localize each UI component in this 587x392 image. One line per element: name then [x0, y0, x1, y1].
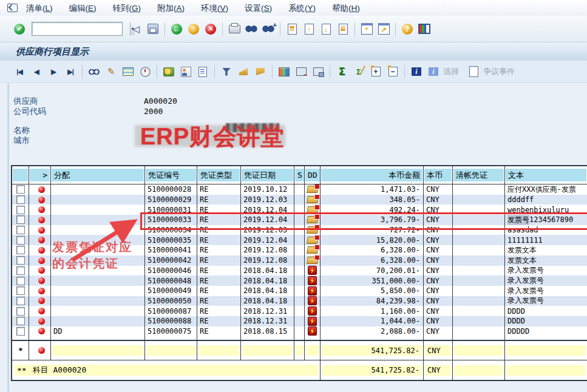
cell-s	[294, 275, 305, 286]
page-down-icon[interactable]: ↓	[318, 22, 334, 36]
column-header-doc_type[interactable]: 凭证类型	[197, 166, 241, 184]
column-header-text[interactable]: 文本	[505, 166, 587, 184]
row-checkbox[interactable]	[16, 195, 25, 204]
cell-text: DDDDD	[505, 326, 587, 337]
last-page-icon[interactable]: ⇊	[335, 22, 351, 36]
spacer-cell	[197, 336, 241, 340]
column-header-led[interactable]: >	[29, 166, 51, 184]
column-header-assignment[interactable]: 分配	[51, 166, 145, 184]
cell-s	[294, 266, 305, 276]
row-checkbox[interactable]	[16, 266, 25, 275]
page-up-icon[interactable]: ↑	[301, 22, 317, 36]
row-checkbox[interactable]	[16, 286, 25, 295]
next-item-icon[interactable]: ▶	[46, 64, 61, 79]
row-checkbox[interactable]	[16, 327, 25, 336]
row-checkbox[interactable]	[16, 307, 25, 316]
table-row[interactable]: DD5100000075RE2018.08.152,088.00-CNYDDDD…	[12, 326, 587, 337]
row-checkbox[interactable]	[16, 236, 25, 245]
cell-amount: 348.05-	[321, 195, 424, 205]
cell-s	[294, 255, 305, 266]
cell-sel	[12, 215, 29, 225]
back-icon[interactable]: ←	[169, 22, 185, 36]
help-icon[interactable]: ?	[399, 22, 415, 36]
cell-assignment	[51, 306, 145, 316]
column-header-doc_no[interactable]: 凭证编号	[145, 166, 197, 184]
row-checkbox[interactable]	[16, 226, 25, 234]
row-checkbox[interactable]	[16, 317, 25, 325]
table-row[interactable]: 5100000088RE2018.12.311,044.00-CNYDDDD	[12, 316, 587, 326]
column-header-currency[interactable]: 本币	[424, 166, 453, 184]
layout-icon[interactable]	[276, 64, 292, 79]
customize-layout-icon[interactable]	[416, 22, 432, 36]
sort-descending-icon[interactable]	[253, 64, 268, 79]
menu-item-G[interactable]: 转到(G)	[113, 4, 141, 13]
table-row[interactable]: 5100000087RE2018.12.311,160.00-CNYDDDD	[12, 306, 587, 316]
table-row[interactable]: 5100000048RE2018.04.18351,000.00-CNY录入发票…	[12, 275, 587, 286]
change-icon[interactable]: ✎	[103, 64, 119, 79]
find-icon[interactable]	[243, 22, 259, 36]
first-page-icon[interactable]: ⇈	[284, 22, 300, 36]
filter-icon[interactable]	[219, 64, 234, 79]
column-header-dd[interactable]: DD	[305, 166, 321, 184]
create-shortcut-icon[interactable]: ↗	[376, 22, 392, 36]
menu-item-A[interactable]: 附加(A)	[157, 4, 185, 13]
table-row[interactable]: 5100000050RE2018.04.1884,239.98-CNY录入发票号	[12, 296, 587, 306]
command-field[interactable]	[32, 22, 130, 35]
back-arrow-icon-glyph: ◁	[132, 24, 140, 35]
exit-icon[interactable]: ↑	[186, 22, 202, 36]
menu-item-E[interactable]: 编辑(E)	[69, 4, 97, 13]
cell-doc_no: 5100000087	[145, 306, 197, 316]
table-row[interactable]: 5100000028RE2019.10.121,471.03-CNY应付XXX供…	[12, 184, 587, 195]
screen-menu-icon[interactable]	[7, 4, 18, 12]
new-session-icon[interactable]: *	[359, 22, 375, 36]
row-checkbox[interactable]	[16, 277, 25, 285]
cell-dd	[305, 195, 321, 205]
row-checkbox[interactable]	[16, 256, 25, 265]
alarm-icon[interactable]	[137, 64, 153, 79]
collapse-icon[interactable]: −	[385, 64, 401, 79]
expand-icon[interactable]: +	[368, 64, 384, 79]
menu-item-L[interactable]: 清单(L)	[26, 4, 53, 13]
back-arrow-icon[interactable]: ◁	[128, 22, 144, 36]
cell-text: 发票文本	[505, 255, 587, 266]
menu-item-H[interactable]: 帮助(H)	[332, 4, 360, 13]
column-header-s[interactable]: S	[294, 166, 305, 184]
save-icon[interactable]	[145, 22, 161, 36]
print-icon[interactable]	[226, 22, 242, 36]
first-item-icon[interactable]: |◀	[12, 64, 27, 79]
menu-item-V[interactable]: 环境(V)	[201, 4, 228, 13]
info-icon[interactable]: i	[409, 64, 424, 79]
subtotal-cell-text	[505, 341, 587, 360]
cancel-icon[interactable]: ✕	[203, 22, 219, 36]
row-checkbox[interactable]	[16, 246, 25, 254]
payment-icon[interactable]	[161, 64, 177, 79]
menu-item-Y[interactable]: 系统(Y)	[288, 4, 316, 13]
help-icon-glyph: ?	[402, 24, 413, 35]
master-record-icon[interactable]	[178, 64, 194, 79]
display-icon[interactable]	[86, 64, 102, 79]
subtotal-icon[interactable]: Σ	[351, 64, 367, 79]
column-header-doc_date[interactable]: 凭证日期	[241, 166, 294, 184]
row-checkbox[interactable]	[16, 297, 25, 305]
last-item-icon[interactable]: ▶|	[63, 64, 78, 79]
column-header-amount[interactable]: 本币金额	[321, 166, 424, 184]
total-columns-icon[interactable]	[293, 64, 309, 79]
column-header-clearing[interactable]: 清帐凭证	[453, 166, 505, 184]
cell-led	[29, 275, 51, 286]
sort-ascending-icon[interactable]	[236, 64, 251, 79]
document-icon[interactable]	[195, 64, 211, 79]
table-row[interactable]: 5100000049RE2018.04.185,850.00-CNY录入发票号	[12, 286, 587, 296]
table-row[interactable]: 5100000029RE2019.12.03348.05-CNYddddff	[12, 195, 587, 205]
row-checkbox[interactable]	[16, 185, 25, 194]
row-checkbox[interactable]	[16, 215, 25, 224]
find-next-icon[interactable]	[260, 22, 276, 36]
column-header-sel[interactable]	[12, 166, 29, 184]
sum-icon[interactable]: Σ	[334, 64, 350, 79]
change-display-icon[interactable]	[120, 64, 136, 79]
watermark-text: ERP财会讲堂	[140, 121, 284, 152]
menu-item-S[interactable]: 设置(S)	[245, 4, 272, 13]
row-checkbox[interactable]	[16, 206, 25, 214]
save-layout-icon[interactable]	[310, 64, 326, 79]
enter-icon[interactable]: ✔	[12, 22, 27, 36]
previous-item-icon[interactable]: ◀	[29, 64, 44, 79]
